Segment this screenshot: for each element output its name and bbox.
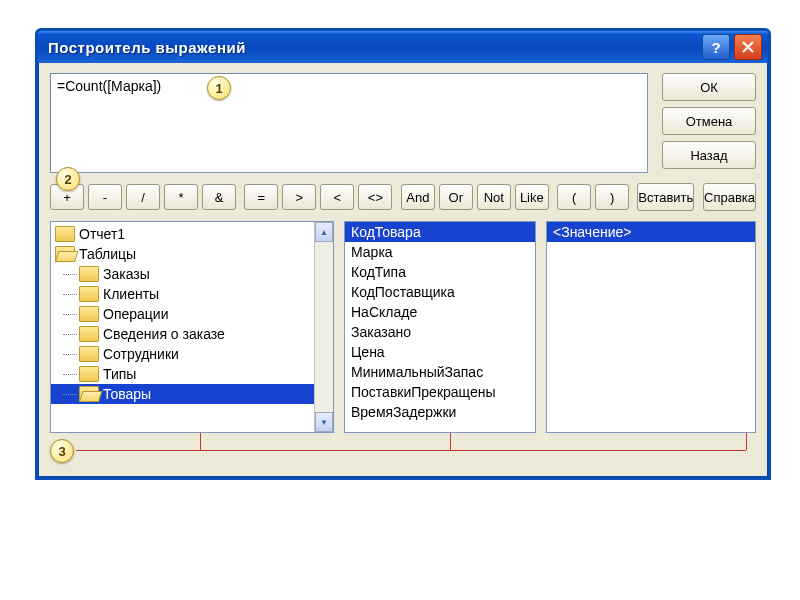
tree-root-tables[interactable]: Таблицы bbox=[51, 244, 333, 264]
op-amp[interactable]: & bbox=[202, 184, 236, 210]
op-gt[interactable]: > bbox=[282, 184, 316, 210]
tree-item-selected[interactable]: Товары bbox=[51, 384, 333, 404]
op-neq[interactable]: <> bbox=[358, 184, 392, 210]
callout-2: 2 bbox=[56, 167, 80, 191]
callout-1: 1 bbox=[207, 76, 231, 100]
source-tree[interactable]: Отчет1 Таблицы Заказы Клиенты Операции С… bbox=[51, 222, 333, 406]
expression-builder-dialog: Построитель выражений ? =Count([Марка]) … bbox=[35, 28, 771, 480]
tree-label: Отчет1 bbox=[79, 226, 125, 242]
list-item[interactable]: КодТипа bbox=[345, 262, 535, 282]
tree-item[interactable]: Клиенты bbox=[51, 284, 333, 304]
tree-label: Таблицы bbox=[79, 246, 136, 262]
list-item[interactable]: Цена bbox=[345, 342, 535, 362]
close-icon[interactable] bbox=[734, 34, 762, 60]
expression-input[interactable]: =Count([Марка]) 1 bbox=[50, 73, 648, 173]
list-item-selected[interactable]: КодТовара bbox=[345, 222, 535, 242]
ok-button[interactable]: ОК bbox=[662, 73, 756, 101]
fields-panel: КодТовара Марка КодТипа КодПоставщика На… bbox=[344, 221, 536, 433]
tree-label: Сведения о заказе bbox=[103, 326, 225, 342]
tree-item[interactable]: Сотрудники bbox=[51, 344, 333, 364]
tree-label: Сотрудники bbox=[103, 346, 179, 362]
op-lt[interactable]: < bbox=[320, 184, 354, 210]
list-item[interactable]: ПоставкиПрекращены bbox=[345, 382, 535, 402]
list-item[interactable]: Заказано bbox=[345, 322, 535, 342]
insert-button[interactable]: Вставить bbox=[637, 183, 694, 211]
list-item[interactable]: КодПоставщика bbox=[345, 282, 535, 302]
titlebar[interactable]: Построитель выражений ? bbox=[38, 31, 768, 63]
tree-root-report[interactable]: Отчет1 bbox=[51, 224, 333, 244]
values-list[interactable]: <Значение> bbox=[547, 222, 755, 242]
tree-label: Товары bbox=[103, 386, 151, 402]
op-multiply[interactable]: * bbox=[164, 184, 198, 210]
op-eq[interactable]: = bbox=[244, 184, 278, 210]
op-or[interactable]: Or bbox=[439, 184, 473, 210]
tree-label: Операции bbox=[103, 306, 169, 322]
op-minus[interactable]: - bbox=[88, 184, 122, 210]
tree-item[interactable]: Операции bbox=[51, 304, 333, 324]
op-rparen[interactable]: ) bbox=[595, 184, 629, 210]
list-item-selected[interactable]: <Значение> bbox=[547, 222, 755, 242]
callout-3: 3 bbox=[50, 439, 74, 463]
back-button[interactable]: Назад bbox=[662, 141, 756, 169]
expression-text: =Count([Марка]) bbox=[57, 78, 161, 94]
fields-list[interactable]: КодТовара Марка КодТипа КодПоставщика На… bbox=[345, 222, 535, 422]
tree-label: Клиенты bbox=[103, 286, 159, 302]
window-title: Построитель выражений bbox=[48, 39, 246, 56]
cancel-button[interactable]: Отмена bbox=[662, 107, 756, 135]
tree-item[interactable]: Типы bbox=[51, 364, 333, 384]
help-button[interactable]: Справка bbox=[703, 183, 756, 211]
op-like[interactable]: Like bbox=[515, 184, 549, 210]
list-item[interactable]: ВремяЗадержки bbox=[345, 402, 535, 422]
source-tree-panel: Отчет1 Таблицы Заказы Клиенты Операции С… bbox=[50, 221, 334, 433]
help-icon[interactable]: ? bbox=[702, 34, 730, 60]
list-item[interactable]: МинимальныйЗапас bbox=[345, 362, 535, 382]
tree-item[interactable]: Заказы bbox=[51, 264, 333, 284]
scroll-up-icon[interactable]: ▲ bbox=[315, 222, 333, 242]
scroll-down-icon[interactable]: ▼ bbox=[315, 412, 333, 432]
values-panel: <Значение> bbox=[546, 221, 756, 433]
operator-toolbar: 2 + - / * & = > < <> And Or Not Like ( )… bbox=[50, 183, 756, 211]
op-lparen[interactable]: ( bbox=[557, 184, 591, 210]
list-item[interactable]: НаСкладе bbox=[345, 302, 535, 322]
op-not[interactable]: Not bbox=[477, 184, 511, 210]
op-and[interactable]: And bbox=[401, 184, 435, 210]
tree-label: Заказы bbox=[103, 266, 150, 282]
tree-item[interactable]: Сведения о заказе bbox=[51, 324, 333, 344]
list-item[interactable]: Марка bbox=[345, 242, 535, 262]
scrollbar[interactable]: ▲ ▼ bbox=[314, 222, 333, 432]
op-divide[interactable]: / bbox=[126, 184, 160, 210]
tree-label: Типы bbox=[103, 366, 136, 382]
annotation-3: 3 bbox=[50, 437, 756, 465]
